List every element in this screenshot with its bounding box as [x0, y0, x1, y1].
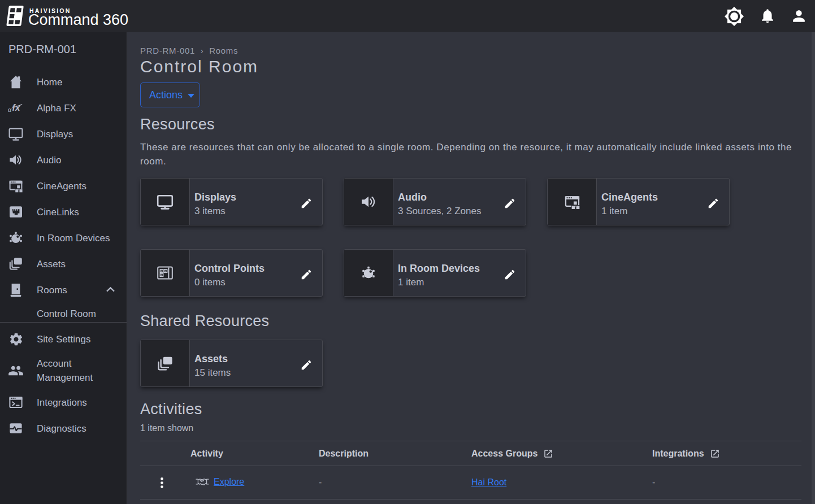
svg-text:α: α — [8, 106, 12, 114]
